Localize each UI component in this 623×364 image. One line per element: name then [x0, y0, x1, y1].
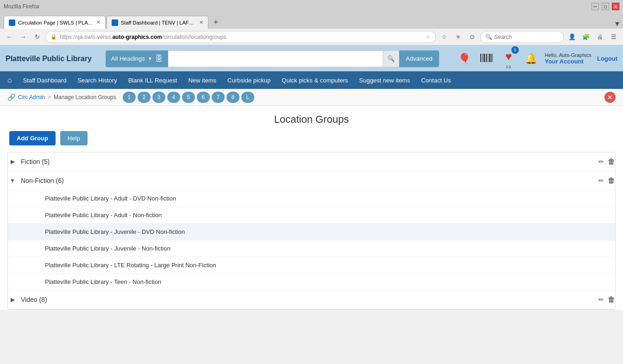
favorites-icon-button[interactable]: ♥ 5 F9 [500, 48, 517, 69]
search-magnifier-icon: 🔍 [485, 34, 492, 40]
f9-label: F9 [506, 65, 511, 69]
page-btn-4[interactable]: 4 [167, 92, 180, 103]
nav-menu: ⌂ Staff Dashboard Search History Blank I… [0, 71, 623, 89]
nav-item-curbside[interactable]: Curbside pickup [222, 73, 276, 88]
page-btn-7[interactable]: 7 [212, 92, 225, 103]
svg-rect-3 [486, 54, 487, 62]
nav-item-staff-dashboard[interactable]: Staff Dashboard [18, 73, 72, 88]
nav-item-suggest-new[interactable]: Suggest new items [353, 73, 415, 88]
close-panel-button[interactable]: ✕ [604, 92, 616, 103]
nav-item-blank-ill[interactable]: Blank ILL Request [123, 73, 183, 88]
non-fiction-group-name: Non-Fiction (6) [21, 177, 595, 184]
breadcrumb: 🔗 Circ Admin > Manage Location Groups 1 … [7, 92, 254, 103]
minimize-button[interactable]: ─ [592, 3, 599, 10]
page-btn-2[interactable]: 2 [138, 92, 151, 103]
help-button[interactable]: Help [60, 131, 88, 145]
app-title: Platteville Public Library [6, 55, 92, 63]
your-account-link[interactable]: Your Account [545, 58, 592, 65]
video-group-name: Video (8) [21, 296, 595, 303]
svg-rect-2 [484, 54, 485, 62]
account-hello: Hello, Auto-Graphics [545, 52, 592, 58]
maximize-button[interactable]: □ [602, 3, 609, 10]
non-fiction-edit-button[interactable]: ✏ [598, 177, 604, 184]
action-bar: Add Group Help [0, 131, 623, 152]
logout-button[interactable]: Logout [597, 55, 617, 62]
non-fiction-toggle[interactable]: ▼ [8, 176, 17, 185]
address-bar: ← → ↻ 🔒 https://qa-swls-verso.auto-graph… [0, 29, 623, 45]
add-bookmark-button[interactable]: ☆ [439, 31, 450, 43]
video-toggle[interactable]: ▶ [8, 295, 17, 304]
tab-label-2: Staff Dashboard | TENV | LAFO... [121, 20, 196, 25]
back-button[interactable]: ← [4, 31, 15, 43]
tab-close-1[interactable]: ✕ [96, 19, 101, 25]
balloon-icon: 🎈 [456, 50, 472, 67]
reload-button[interactable]: ↻ [31, 31, 43, 43]
new-tab-button[interactable]: + [209, 16, 222, 29]
main-content: Location Groups Add Group Help ▶ Fiction… [0, 106, 623, 310]
page-btn-6[interactable]: 6 [197, 92, 210, 103]
fiction-edit-button[interactable]: ✏ [598, 158, 604, 165]
breadcrumb-circ-admin[interactable]: Circ Admin [18, 94, 45, 100]
non-fiction-delete-button[interactable]: 🗑 [608, 176, 615, 185]
sub-item-nf1: Platteville Public Library - Adult - DVD… [8, 190, 615, 207]
nav-item-quick-picks[interactable]: Quick picks & computers [276, 73, 353, 88]
page-btn-5[interactable]: 5 [182, 92, 195, 103]
sub-item-nf2: Platteville Public Library - Adult - Non… [8, 207, 615, 224]
bell-icon-button[interactable]: 🔔 [522, 50, 539, 67]
app-header: Platteville Public Library All Headings … [0, 46, 623, 71]
add-group-button[interactable]: Add Group [9, 131, 56, 145]
svg-rect-6 [491, 54, 492, 62]
window-controls: ─ □ ✕ [592, 3, 619, 10]
browser-search-bar[interactable]: 🔍 [480, 31, 564, 43]
url-text: https://qa-swls-verso.auto-graphics.com/… [60, 34, 423, 40]
tab-staff-dashboard[interactable]: Staff Dashboard | TENV | LAFO... ✕ [107, 16, 208, 29]
menu-button[interactable]: ☰ [608, 31, 619, 43]
search-submit-button[interactable]: 🔍 [383, 50, 399, 67]
browser-search-input[interactable] [494, 34, 545, 40]
forward-button[interactable]: → [18, 31, 29, 43]
bookmark-icon[interactable]: ☆ [426, 34, 431, 40]
video-delete-button[interactable]: 🗑 [608, 295, 615, 304]
sub-item-nf4: Platteville Public Library - Juvenile - … [8, 240, 615, 257]
video-edit-button[interactable]: ✏ [598, 296, 604, 303]
group-row-video: ▶ Video (8) ✏ 🗑 [8, 290, 615, 309]
tab-circulation[interactable]: Circulation Page | SWLS | PLAT... ✕ [4, 16, 106, 29]
close-button[interactable]: ✕ [612, 3, 619, 10]
print-button[interactable]: 🖨 [594, 31, 605, 43]
breadcrumb-current: Manage Location Groups [54, 94, 116, 100]
reader-view-button[interactable]: ≡ [453, 31, 464, 43]
nav-item-home[interactable]: ⌂ [2, 72, 18, 88]
balloon-icon-button[interactable]: 🎈 [456, 50, 472, 67]
favorites-badge: 5 [511, 46, 519, 54]
breadcrumb-link-icon: 🔗 [7, 94, 15, 101]
pocket-button[interactable]: ⊙ [466, 31, 478, 43]
page-btn-1[interactable]: 1 [123, 92, 136, 103]
page-btn-3[interactable]: 3 [152, 92, 165, 103]
search-magnifier-icon: 🔍 [387, 55, 395, 62]
dropdown-arrow-icon: ▼ [148, 56, 152, 61]
tab-close-2[interactable]: ✕ [199, 19, 203, 25]
breadcrumb-sep: > [48, 94, 51, 100]
search-input[interactable] [168, 50, 383, 67]
sync-button[interactable]: 👤 [566, 31, 578, 43]
search-bar: All Headings ▼ 🗄 🔍 Advanced [106, 50, 439, 67]
extensions-button[interactable]: 🧩 [580, 31, 592, 43]
sub-item-nf5: Platteville Public Library - LTE Rotatin… [8, 257, 615, 274]
fiction-toggle[interactable]: ▶ [8, 157, 17, 166]
page-title: Location Groups [0, 106, 623, 131]
barcode-icon [478, 50, 495, 67]
barcode-icon-button[interactable] [478, 50, 495, 67]
search-type-dropdown[interactable]: All Headings ▼ 🗄 [106, 50, 168, 67]
tab-bar: Circulation Page | SWLS | PLAT... ✕ Staf… [0, 13, 623, 29]
breadcrumb-bar: 🔗 Circ Admin > Manage Location Groups 1 … [0, 89, 623, 106]
nav-item-search-history[interactable]: Search History [72, 73, 122, 88]
page-btn-8[interactable]: 8 [227, 92, 239, 103]
tab-list-button[interactable]: ▾ [615, 19, 619, 29]
tab-label-1: Circulation Page | SWLS | PLAT... [18, 20, 94, 25]
page-btn-L[interactable]: L [241, 92, 254, 103]
advanced-search-button[interactable]: Advanced [399, 50, 439, 67]
url-bar[interactable]: 🔒 https://qa-swls-verso.auto-graphics.co… [45, 31, 436, 43]
nav-item-contact-us[interactable]: Contact Us [415, 73, 456, 88]
nav-item-new-items[interactable]: New items [182, 73, 222, 88]
fiction-delete-button[interactable]: 🗑 [608, 157, 615, 166]
